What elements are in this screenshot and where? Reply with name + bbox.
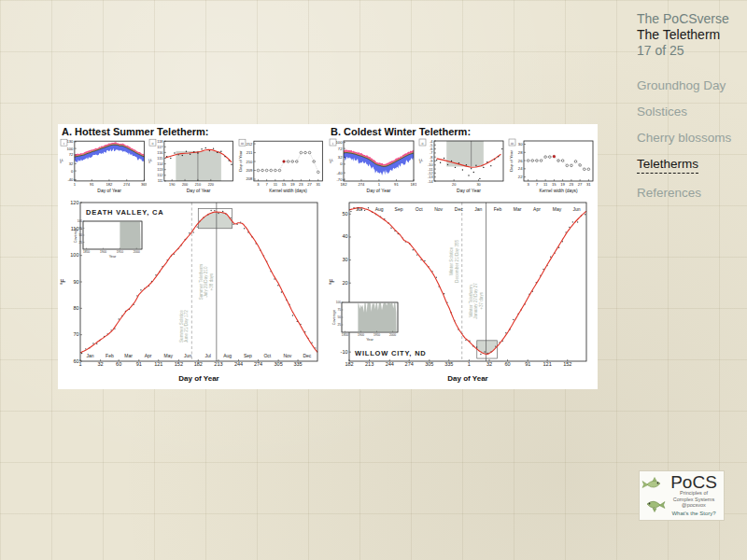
svg-text:274: 274	[405, 361, 414, 367]
svg-text:60: 60	[116, 361, 121, 367]
logo-title: PoCS	[666, 474, 722, 490]
svg-text:100: 100	[66, 147, 74, 151]
svg-text:Sep: Sep	[395, 206, 403, 212]
nav-item-groundhog-day[interactable]: Groundhog Day	[637, 78, 743, 92]
svg-text:274: 274	[254, 361, 262, 367]
logo-handle: @pocsvox	[666, 502, 722, 509]
svg-text:1: 1	[78, 361, 81, 367]
figure-panel: A. Hottest Summer Teletherm: 19118227436…	[58, 124, 598, 389]
svg-text:27: 27	[307, 182, 312, 187]
svg-text:Aug: Aug	[223, 353, 232, 358]
svg-text:335: 335	[293, 361, 302, 367]
svg-text:Day of Year: Day of Year	[457, 188, 481, 193]
svg-text:Apr: Apr	[533, 206, 541, 212]
svg-text:121: 121	[543, 361, 552, 367]
svg-text:75: 75	[337, 308, 341, 312]
svg-text:182: 182	[345, 361, 353, 367]
svg-text:Apr: Apr	[145, 353, 152, 358]
svg-text:335: 335	[444, 361, 453, 367]
series-title: The PoCSverse	[637, 11, 743, 27]
svg-text:32: 32	[486, 361, 492, 367]
svg-text:274: 274	[358, 182, 365, 187]
chart-b-teletherm-window: 2030-4-5-6-7-8-9-10-11-12-13-14Day of Ye…	[418, 138, 506, 198]
svg-text:20: 20	[452, 183, 456, 187]
svg-text:3: 3	[527, 182, 529, 187]
svg-text:200: 200	[182, 183, 188, 187]
svg-text:3: 3	[257, 182, 260, 187]
svg-text:June 21/Day 172: June 21/Day 172	[184, 310, 189, 343]
svg-text:0: 0	[340, 161, 343, 166]
svg-text:Jan: Jan	[474, 206, 482, 212]
svg-text:1950: 1950	[117, 250, 123, 254]
nav-item-teletherms[interactable]: Teletherms	[637, 157, 743, 174]
svg-text:208: 208	[246, 176, 253, 181]
svg-text:iii: iii	[241, 141, 244, 146]
svg-text:121: 121	[154, 361, 162, 367]
chart-death-valley: Summer SolsticeJune 21/Day 172Summer Tel…	[60, 198, 323, 388]
svg-text:i: i	[63, 141, 64, 146]
svg-text:31: 31	[316, 182, 320, 187]
svg-text:+37 days: +37 days	[479, 291, 484, 309]
selected-kernel-point	[282, 161, 285, 163]
svg-text:25: 25	[78, 241, 82, 245]
svg-text:7: 7	[265, 182, 268, 187]
svg-text:72: 72	[69, 152, 74, 157]
svg-text:i: i	[332, 141, 333, 146]
svg-text:°F: °F	[149, 159, 154, 163]
svg-text:Mar: Mar	[124, 353, 133, 358]
svg-text:114: 114	[158, 162, 163, 166]
svg-text:100: 100	[70, 252, 78, 258]
chart-willow-city: Winter SolsticeDecember 21/Day 355Winter…	[329, 198, 592, 388]
svg-text:210: 210	[246, 160, 253, 164]
svg-text:°F: °F	[329, 279, 335, 286]
chart-a-kernel-width: 37111519232731208209210211212Kernel widt…	[238, 138, 325, 198]
svg-text:30: 30	[518, 142, 523, 147]
svg-text:50: 50	[78, 233, 82, 237]
svg-text:120: 120	[70, 200, 78, 205]
svg-text:27: 27	[578, 182, 583, 187]
svg-text:32: 32	[98, 361, 104, 367]
svg-text:23: 23	[570, 182, 574, 187]
svg-text:70: 70	[73, 331, 78, 337]
svg-text:220: 220	[208, 183, 214, 187]
svg-text:152: 152	[563, 361, 571, 367]
svg-text:24: 24	[518, 166, 523, 171]
svg-text:28: 28	[518, 150, 523, 155]
svg-text:Day of Year: Day of Year	[447, 374, 487, 383]
page-indicator: 17 of 25	[637, 43, 743, 59]
svg-text:72: 72	[338, 147, 343, 151]
svg-text:60: 60	[505, 361, 511, 367]
svg-text:Day of Year: Day of Year	[97, 189, 121, 193]
svg-text:19: 19	[560, 182, 565, 187]
svg-text:Year: Year	[109, 255, 117, 259]
svg-text:130: 130	[66, 139, 74, 144]
svg-text:ii: ii	[422, 141, 424, 146]
svg-text:Nov: Nov	[283, 353, 291, 358]
svg-text:-40: -40	[336, 171, 343, 175]
svg-text:365: 365	[141, 182, 147, 187]
logo-text-block: PoCS Principles of Complex Systems @pocs…	[666, 474, 722, 517]
svg-text:Day of Year: Day of Year	[367, 188, 391, 193]
svg-text:30: 30	[476, 183, 480, 187]
svg-text:Kernel width (days): Kernel width (days)	[269, 189, 307, 193]
svg-text:Mar: Mar	[514, 206, 522, 212]
svg-text:26: 26	[518, 159, 523, 163]
svg-text:118: 118	[158, 140, 163, 144]
panel-a-title: A. Hottest Summer Teletherm:	[62, 126, 325, 137]
svg-text:91: 91	[136, 361, 142, 367]
svg-text:2000: 2000	[134, 250, 140, 254]
panel-b-title: B. Coldest Winter Teletherm:	[331, 126, 596, 137]
logo-tagline: What's the Story?	[666, 511, 722, 517]
panel-a-mini-row: 19118227436513010072320-40Day of Year°Fi…	[60, 138, 325, 198]
svg-text:111: 111	[158, 179, 163, 183]
svg-text:Summer Teletherm: Summer Teletherm	[199, 263, 204, 300]
nav-item-references[interactable]: References	[637, 186, 743, 200]
svg-text:Oct: Oct	[416, 206, 423, 212]
chart-a-teletherm-window: 190200210220111112113114115116117118Day …	[148, 138, 235, 198]
svg-text:Nov: Nov	[434, 206, 443, 212]
svg-text:15: 15	[281, 182, 286, 187]
svg-text:+38 days: +38 days	[209, 273, 214, 290]
nav-item-cherry-blossoms[interactable]: Cherry blossoms	[637, 131, 743, 145]
nav-item-solstices[interactable]: Solstices	[637, 105, 743, 119]
svg-text:60: 60	[73, 358, 78, 364]
